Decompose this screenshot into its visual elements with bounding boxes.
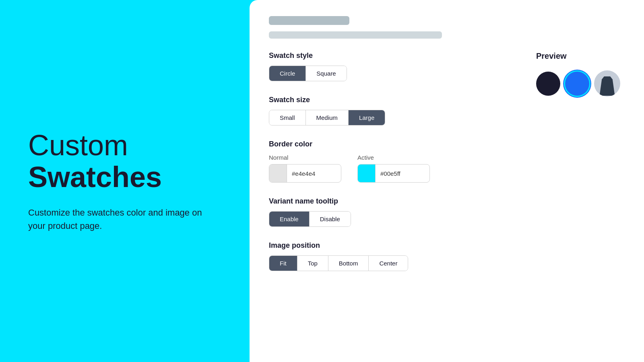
skeleton-section (269, 16, 625, 39)
headline-bold: Swatches (28, 161, 162, 193)
skeleton-bar-short (269, 16, 349, 25)
swatch-style-circle-button[interactable]: Circle (269, 66, 306, 81)
swatch-style-label: Swatch style (269, 51, 536, 60)
normal-color-input[interactable] (269, 164, 341, 183)
preview-swatches (536, 70, 625, 97)
swatch-size-large-button[interactable]: Large (349, 110, 385, 125)
active-color-swatch (358, 165, 376, 182)
left-panel: Custom Swatches Customize the swatches c… (0, 0, 250, 362)
active-color-input[interactable] (357, 164, 430, 183)
swatch-style-square-button[interactable]: Square (306, 66, 346, 81)
dress-icon (600, 76, 615, 96)
preview-column: Preview (536, 51, 625, 346)
subtitle-text: Customize the swatches color and image o… (28, 206, 213, 232)
normal-color-field: Normal (269, 154, 341, 183)
swatch-style-section: Swatch style Circle Square (269, 51, 536, 81)
border-color-label: Border color (269, 140, 536, 148)
settings-column: Swatch style Circle Square Swatch size S… (269, 51, 536, 346)
normal-label: Normal (269, 154, 341, 161)
swatch-size-group: Small Medium Large (269, 110, 385, 125)
preview-title: Preview (536, 51, 625, 61)
swatch-size-label: Swatch size (269, 96, 536, 104)
right-panel: Swatch style Circle Square Swatch size S… (250, 0, 644, 362)
preview-swatch-black[interactable] (536, 72, 560, 96)
swatch-size-small-button[interactable]: Small (269, 110, 306, 125)
swatch-size-section: Swatch size Small Medium Large (269, 96, 536, 125)
main-headline: Custom Swatches (28, 130, 221, 193)
variant-tooltip-group: Enable Disable (269, 211, 351, 227)
color-row: Normal Active (269, 154, 536, 183)
normal-color-swatch (269, 165, 287, 182)
normal-color-text[interactable] (287, 170, 335, 177)
variant-tooltip-disable-button[interactable]: Disable (310, 212, 351, 226)
swatch-style-group: Circle Square (269, 66, 347, 81)
skeleton-bar-long (269, 31, 442, 39)
image-position-label: Image position (269, 241, 536, 250)
headline-light: Custom (28, 129, 128, 161)
active-color-text[interactable] (376, 170, 424, 177)
variant-tooltip-label: Variant name tooltip (269, 197, 536, 206)
swatch-size-medium-button[interactable]: Medium (306, 110, 349, 125)
settings-card: Swatch style Circle Square Swatch size S… (250, 0, 644, 362)
active-color-field: Active (357, 154, 430, 183)
preview-swatch-blue[interactable] (565, 72, 589, 96)
main-content: Swatch style Circle Square Swatch size S… (269, 51, 625, 346)
image-position-top-button[interactable]: Top (297, 256, 328, 271)
image-position-section: Image position Fit Top Bottom Center (269, 241, 536, 271)
image-position-center-button[interactable]: Center (369, 256, 408, 271)
image-position-fit-button[interactable]: Fit (269, 256, 297, 271)
active-label: Active (357, 154, 430, 161)
image-position-group: Fit Top Bottom Center (269, 255, 408, 271)
image-position-bottom-button[interactable]: Bottom (328, 256, 369, 271)
border-color-section: Border color Normal Active (269, 140, 536, 183)
preview-swatch-image[interactable] (594, 70, 620, 97)
variant-tooltip-section: Variant name tooltip Enable Disable (269, 197, 536, 227)
variant-tooltip-enable-button[interactable]: Enable (269, 212, 310, 226)
